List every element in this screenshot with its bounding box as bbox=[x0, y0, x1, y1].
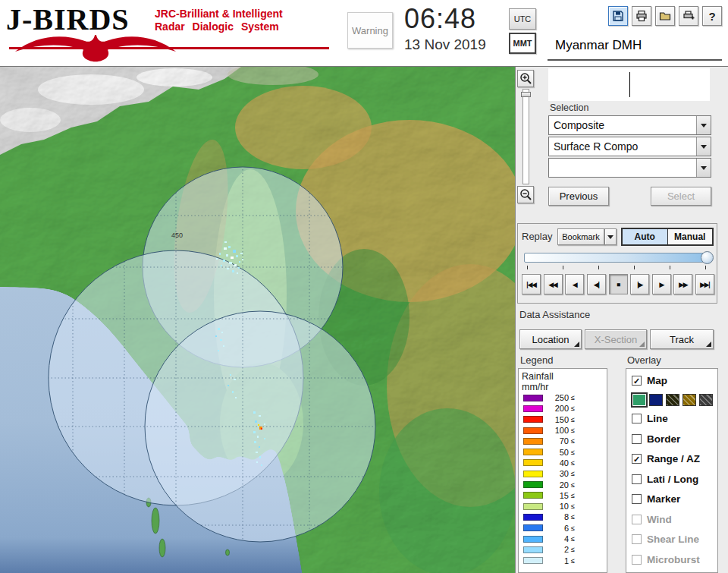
data-assistance-label: Data Assistance bbox=[519, 309, 590, 320]
station-name: Myanmar DMH bbox=[548, 38, 722, 61]
zoom-in-icon[interactable] bbox=[517, 70, 534, 87]
fast-forward-button[interactable]: ▶▶ bbox=[673, 274, 692, 294]
legend-row: 10≤ bbox=[522, 501, 607, 512]
skip-to-start-button[interactable]: |◀◀ bbox=[522, 274, 541, 294]
control-panel: Selection Composite Surface R Compo Prev… bbox=[515, 67, 728, 573]
overlay-item-map[interactable]: ✓ Map bbox=[632, 370, 717, 391]
map-style-swatch[interactable] bbox=[682, 394, 696, 406]
overlay-item-marker[interactable]: Marker bbox=[632, 490, 717, 510]
checkbox[interactable] bbox=[632, 414, 642, 423]
legend-le-symbol: ≤ bbox=[571, 502, 575, 510]
checkbox[interactable] bbox=[632, 434, 642, 444]
legend-color-swatch bbox=[523, 481, 543, 488]
product-combo[interactable]: Composite bbox=[548, 115, 711, 135]
select-button[interactable]: Select bbox=[651, 187, 711, 206]
overlay-item-lati-long[interactable]: Lati / Long bbox=[632, 469, 717, 490]
mmt-button[interactable]: MMT bbox=[509, 33, 536, 54]
zoom-slider-handle[interactable] bbox=[521, 92, 531, 97]
step-back-button[interactable]: ◀| bbox=[587, 274, 606, 294]
overlay-item-label: Wind bbox=[647, 514, 672, 525]
corner-menu-icon bbox=[639, 342, 645, 347]
map-style-swatch[interactable] bbox=[699, 394, 713, 406]
legend-color-swatch bbox=[523, 471, 543, 477]
overlay-item-border[interactable]: Border bbox=[632, 429, 717, 449]
checkbox bbox=[632, 534, 642, 544]
legend-le-symbol: ≤ bbox=[571, 481, 575, 489]
track-button[interactable]: Track bbox=[650, 329, 714, 349]
overlay-item-label: Border bbox=[647, 433, 680, 445]
legend-color-swatch bbox=[523, 492, 543, 499]
legend-le-symbol: ≤ bbox=[571, 427, 575, 434]
print-icon[interactable] bbox=[632, 6, 651, 26]
print-setup-icon[interactable] bbox=[679, 6, 698, 26]
overlay-item-range-az[interactable]: ✓Range / AZ bbox=[632, 449, 717, 470]
zoom-slider[interactable] bbox=[522, 89, 529, 184]
map-style-swatch[interactable] bbox=[649, 394, 663, 406]
legend-value: 2 bbox=[546, 545, 569, 554]
previous-button[interactable]: Previous bbox=[548, 187, 609, 206]
play-button[interactable]: ▶ bbox=[652, 274, 671, 294]
bookmark-button[interactable]: Bookmark bbox=[557, 228, 604, 245]
time-slider[interactable] bbox=[524, 253, 709, 263]
skip-to-end-button[interactable]: ▶▶| bbox=[695, 274, 714, 294]
chevron-down-icon[interactable] bbox=[696, 116, 711, 134]
utc-button[interactable]: UTC bbox=[509, 8, 536, 30]
save-icon[interactable] bbox=[608, 6, 628, 26]
overlay-item-line[interactable]: Line bbox=[632, 409, 717, 430]
station-input[interactable] bbox=[548, 68, 710, 101]
legend-color-swatch bbox=[523, 524, 543, 531]
range-ring-label: 450 bbox=[171, 231, 183, 239]
overlay-item-label: Marker bbox=[647, 493, 680, 505]
product-combo-value: Composite bbox=[549, 119, 696, 131]
legend-value: 20 bbox=[546, 480, 569, 490]
bookmark-dropdown-icon[interactable] bbox=[604, 228, 617, 245]
checkbox[interactable]: ✓ bbox=[632, 454, 642, 464]
legend-row: 4≤ bbox=[522, 534, 607, 544]
stop-button[interactable]: ■ bbox=[609, 274, 628, 294]
checkbox[interactable] bbox=[632, 494, 642, 504]
fast-rewind-button[interactable]: ◀◀ bbox=[544, 274, 563, 294]
radar-map[interactable]: 450 bbox=[0, 67, 515, 573]
zoom-out-icon[interactable] bbox=[517, 186, 534, 203]
step-forward-button[interactable]: |▶ bbox=[630, 274, 649, 294]
radar-map-area[interactable]: 450 bbox=[0, 67, 515, 573]
legend-value: 30 bbox=[546, 469, 569, 478]
legend-color-swatch bbox=[523, 427, 543, 434]
option-combo[interactable] bbox=[548, 158, 711, 178]
legend-value: 1 bbox=[546, 556, 569, 565]
warning-button[interactable]: Warning bbox=[347, 12, 393, 49]
legend-le-symbol: ≤ bbox=[571, 416, 575, 423]
jbirds-logo: J-BIRDS JRC-Brilliant & Intelligent Rada… bbox=[6, 2, 332, 65]
legend-row: 150≤ bbox=[522, 414, 607, 425]
map-style-swatch[interactable] bbox=[666, 394, 679, 406]
legend-row: 2≤ bbox=[522, 544, 607, 555]
time-slider-handle[interactable] bbox=[701, 251, 714, 264]
help-icon[interactable]: ? bbox=[702, 6, 722, 26]
legend-panel: Rainfall mm/hr 250≤200≤150≤100≤70≤50≤40≤… bbox=[518, 368, 607, 573]
subproduct-combo[interactable]: Surface R Compo bbox=[548, 137, 711, 156]
chevron-down-icon[interactable] bbox=[696, 137, 711, 156]
legend-color-swatch bbox=[523, 449, 543, 455]
logo-subtitle-1: JRC-Brilliant & Intelligent bbox=[155, 8, 283, 20]
zoom-control bbox=[516, 70, 535, 203]
legend-unit: mm/hr bbox=[522, 382, 607, 392]
folder-icon[interactable] bbox=[655, 6, 675, 26]
checkbox[interactable] bbox=[632, 474, 642, 484]
legend-row: 40≤ bbox=[522, 458, 607, 468]
location-button[interactable]: Location bbox=[519, 329, 582, 349]
map-style-swatch[interactable] bbox=[632, 394, 646, 406]
chevron-down-icon[interactable] bbox=[696, 159, 711, 177]
overlay-item-label: Shear Line bbox=[647, 534, 699, 545]
legend-color-swatch bbox=[523, 395, 543, 401]
play-reverse-button[interactable]: ◀ bbox=[565, 274, 584, 294]
map-checkbox[interactable]: ✓ bbox=[632, 376, 642, 386]
legend-value: 100 bbox=[546, 426, 569, 435]
legend-color-swatch bbox=[523, 416, 543, 423]
legend-label: Legend bbox=[520, 354, 553, 366]
auto-button[interactable]: Auto bbox=[623, 229, 667, 244]
legend-value: 70 bbox=[546, 436, 569, 445]
legend-row: 50≤ bbox=[522, 446, 607, 457]
legend-value: 200 bbox=[546, 404, 569, 413]
manual-button[interactable]: Manual bbox=[667, 229, 713, 244]
legend-value: 250 bbox=[546, 393, 569, 402]
